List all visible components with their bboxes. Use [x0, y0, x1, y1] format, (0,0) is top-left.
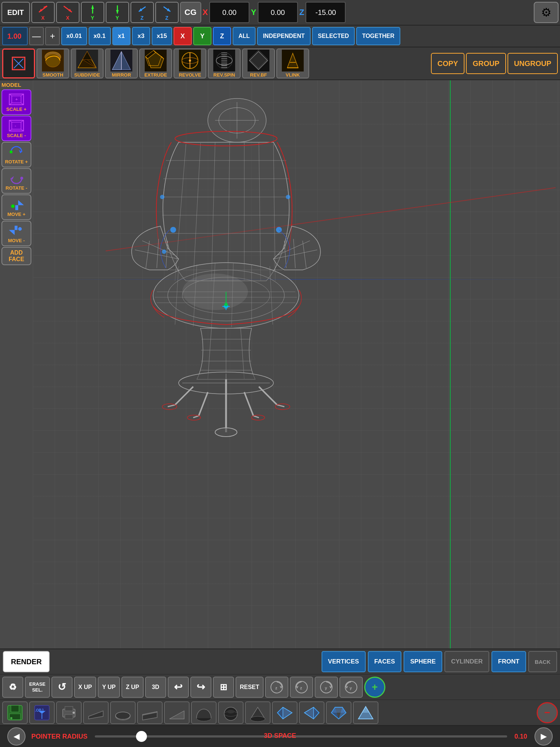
cylinder-button[interactable]: CYLINDER	[444, 651, 489, 672]
mult-0.01-button[interactable]: x0.01	[61, 27, 87, 45]
mode-selected-button[interactable]: SELECTED	[312, 27, 355, 45]
svg-marker-4	[68, 9, 71, 12]
mult-1-button[interactable]: x1	[112, 27, 131, 45]
move-y-pos-button[interactable]: Y	[106, 2, 129, 23]
recycle-button[interactable]: ♻	[2, 677, 23, 698]
diamond-right-button[interactable]	[299, 701, 324, 724]
wedge-button[interactable]	[164, 701, 190, 724]
axis-y-button[interactable]: Y	[193, 27, 211, 45]
import-obj-button[interactable]: .OBJ	[29, 701, 55, 724]
sphere-button[interactable]: SPHERE	[404, 651, 442, 672]
z-up-button[interactable]: Z UP	[121, 677, 143, 698]
grid-button[interactable]: ⊞	[213, 677, 234, 698]
rot-cw-y-button[interactable]: y	[315, 677, 338, 698]
svg-marker-67	[18, 200, 24, 205]
group-button[interactable]: GROUP	[466, 53, 506, 74]
coord-z-label: Z	[299, 8, 304, 17]
back-button[interactable]: BACK	[528, 651, 557, 672]
diamond-left-button[interactable]	[272, 701, 298, 724]
mult-0.1-button[interactable]: x0.1	[89, 27, 111, 45]
op-revolve-button[interactable]: REVOLVE	[174, 49, 206, 78]
move-y-neg-button[interactable]: Y	[81, 2, 104, 23]
coord-x-input[interactable]	[209, 2, 249, 23]
half-sphere-button[interactable]	[191, 701, 217, 724]
edit-button[interactable]: EDIT	[1, 2, 30, 23]
rot-cw-z-button[interactable]: z	[265, 677, 288, 698]
front-button[interactable]: FRONT	[491, 651, 526, 672]
mult-3-button[interactable]: x3	[132, 27, 150, 45]
op-pencil-button[interactable]	[2, 49, 35, 78]
undo2-button[interactable]: ↩	[168, 677, 189, 698]
op-vlink-button[interactable]: VLINK	[276, 49, 309, 78]
vertices-button[interactable]: VERTICES	[322, 651, 366, 672]
slider-thumb[interactable]	[136, 731, 147, 742]
print-button[interactable]	[56, 701, 82, 724]
op-smooth-button[interactable]: SMOOTH	[36, 49, 69, 78]
cone-flat-button[interactable]	[245, 701, 271, 724]
coord-y-input[interactable]	[258, 2, 298, 23]
op-subdivide-button[interactable]: SUBDIVIDE	[71, 49, 104, 78]
erase-sel-button[interactable]: ERASESEL.	[25, 677, 50, 698]
value-minus-button[interactable]: —	[29, 27, 44, 45]
gem-button[interactable]	[326, 701, 351, 724]
op-extrude-button[interactable]: EXTRUDE	[139, 49, 172, 78]
x-up-button[interactable]: X UP	[74, 677, 96, 698]
add-face-button[interactable]: ADD FACE	[1, 247, 31, 265]
move-minus-button[interactable]: MOVE -	[1, 221, 31, 246]
rotate-plus-label: ROTATE +	[5, 159, 28, 165]
axis-x-button[interactable]: X	[174, 27, 192, 45]
triangle-up-button[interactable]	[353, 701, 378, 724]
remove-button[interactable]: −	[537, 702, 558, 723]
viewport[interactable]	[33, 80, 560, 649]
add-button[interactable]: +	[364, 677, 385, 698]
top-toolbar: EDIT X X Y Y Z	[0, 0, 560, 26]
mode-together-button[interactable]: TOGETHER	[356, 27, 400, 45]
svg-text:y: y	[325, 686, 327, 690]
y-up-button[interactable]: Y UP	[98, 677, 120, 698]
move-z-neg-button[interactable]: Z	[131, 2, 154, 23]
op-revbf-button[interactable]: REV.BF	[242, 49, 275, 78]
redo-button[interactable]: ↪	[190, 677, 211, 698]
svg-marker-173	[89, 711, 103, 719]
copy-button[interactable]: COPY	[431, 53, 465, 74]
settings-button[interactable]: ⚙	[534, 2, 559, 23]
svg-point-164	[10, 717, 12, 719]
render-button[interactable]: RENDER	[3, 651, 50, 672]
pointer-radius-slider[interactable]	[95, 735, 507, 738]
op-revspin-button[interactable]: REV.SPIN	[208, 49, 241, 78]
sphere-button[interactable]	[218, 701, 244, 724]
mult-15-button[interactable]: x15	[152, 27, 172, 45]
undo-button[interactable]: ↺	[51, 677, 73, 698]
next-button[interactable]: ▶	[534, 727, 553, 746]
reset-button[interactable]: RESET	[236, 677, 264, 698]
rotate-minus-button[interactable]: ROTATE -	[1, 168, 31, 194]
cg-button[interactable]: CG	[180, 2, 201, 23]
move-z-pos-button[interactable]: Z	[155, 2, 179, 23]
op-mirror-button[interactable]: MIRROR	[105, 49, 138, 78]
axis-z-button[interactable]: Z	[213, 27, 231, 45]
mode-all-button[interactable]: ALL	[233, 27, 256, 45]
faces-button[interactable]: FACES	[368, 651, 402, 672]
value-plus-button[interactable]: +	[45, 27, 60, 45]
rot-ccw-z-button[interactable]: z	[290, 677, 313, 698]
prev-button[interactable]: ◀	[7, 727, 26, 746]
svg-marker-188	[283, 707, 292, 719]
rot-ccw-y-button[interactable]: y	[339, 677, 363, 698]
scale-plus-button[interactable]: + SCALE +	[1, 89, 31, 115]
radius-value: 0.10	[514, 733, 527, 740]
move-x-pos-button[interactable]: X	[56, 2, 79, 23]
bottom-toolbar3: .OBJ	[0, 700, 560, 725]
ungroup-button[interactable]: UNGROUP	[508, 53, 558, 74]
scale-minus-button[interactable]: - SCALE -	[1, 116, 31, 141]
move-plus-button[interactable]: MOVE +	[1, 194, 31, 220]
rotate-plus-button[interactable]: ROTATE +	[1, 142, 31, 167]
3d-button[interactable]: 3D	[145, 677, 166, 698]
coord-z-input[interactable]	[306, 2, 346, 23]
flat-shape-button[interactable]	[83, 701, 109, 724]
save-button[interactable]	[2, 701, 28, 724]
rect-flat-button[interactable]	[137, 701, 163, 724]
mode-independent-button[interactable]: INDEPENDENT	[257, 27, 311, 45]
move-x-neg-button[interactable]: X	[31, 2, 55, 23]
svg-point-181	[224, 707, 237, 720]
circle-flat-button[interactable]	[110, 701, 136, 724]
